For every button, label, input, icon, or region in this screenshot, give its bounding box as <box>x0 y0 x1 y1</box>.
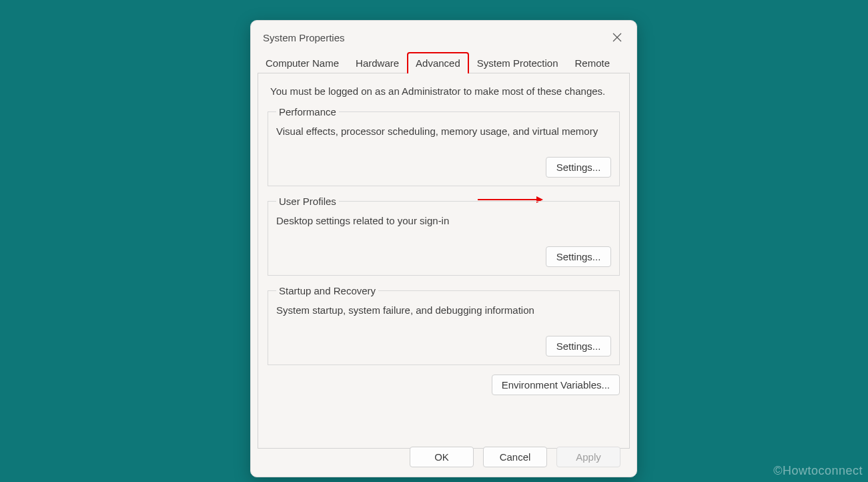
performance-settings-button[interactable]: Settings... <box>546 157 611 178</box>
window-title: System Properties <box>263 32 345 43</box>
titlebar: System Properties <box>251 21 636 51</box>
group-performance-legend: Performance <box>276 106 339 117</box>
tab-body-advanced: You must be logged on as an Administrato… <box>258 73 630 449</box>
apply-button[interactable]: Apply <box>556 447 620 467</box>
dialog-buttons: OK Cancel Apply <box>410 447 620 467</box>
close-button[interactable] <box>607 27 627 47</box>
tab-computer-name[interactable]: Computer Name <box>258 53 347 73</box>
system-properties-dialog: System Properties Computer Name Hardware… <box>250 20 637 477</box>
user-profiles-settings-button[interactable]: Settings... <box>546 246 611 267</box>
cancel-button[interactable]: Cancel <box>483 447 547 467</box>
startup-settings-button[interactable]: Settings... <box>546 336 611 356</box>
tab-remote[interactable]: Remote <box>567 53 618 73</box>
group-startup-legend: Startup and Recovery <box>276 285 378 296</box>
tab-advanced[interactable]: Advanced <box>408 53 468 73</box>
group-user-profiles-legend: User Profiles <box>276 196 339 207</box>
group-performance-desc: Visual effects, processor scheduling, me… <box>276 126 611 137</box>
group-startup-recovery: Startup and Recovery System startup, sys… <box>268 285 620 365</box>
tab-hardware[interactable]: Hardware <box>348 53 407 73</box>
ok-button[interactable]: OK <box>410 447 474 467</box>
group-startup-desc: System startup, system failure, and debu… <box>276 304 611 316</box>
tab-system-protection[interactable]: System Protection <box>469 53 566 73</box>
admin-note: You must be logged on as an Administrato… <box>270 85 617 97</box>
environment-variables-button[interactable]: Environment Variables... <box>492 375 620 395</box>
watermark: ©Howtoconnect <box>773 464 863 478</box>
group-user-profiles-desc: Desktop settings related to your sign-in <box>276 215 611 226</box>
group-performance: Performance Visual effects, processor sc… <box>268 106 620 186</box>
group-user-profiles: User Profiles Desktop settings related t… <box>268 196 620 276</box>
close-icon <box>612 33 622 42</box>
tab-strip: Computer Name Hardware Advanced System P… <box>251 51 636 73</box>
